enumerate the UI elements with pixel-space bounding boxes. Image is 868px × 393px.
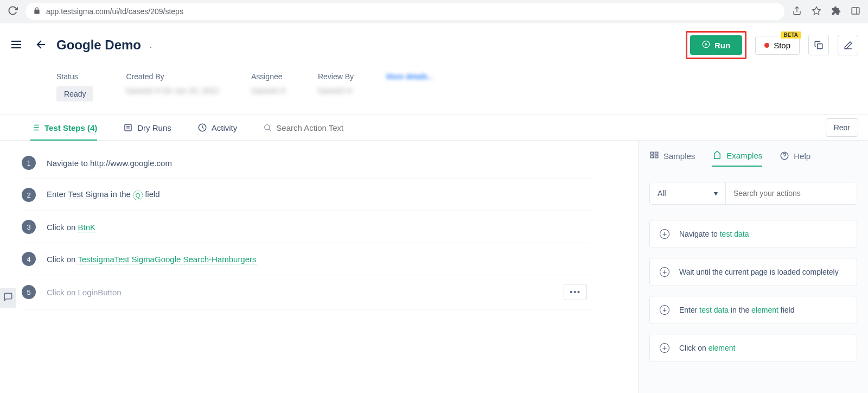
share-icon[interactable] [792,6,802,17]
panel-icon[interactable] [851,6,860,17]
side-tabs: Samples Examples Help [649,150,857,167]
step-text: Navigate to http://www.google.com [47,159,172,168]
example-text: Wait until the current page is loaded co… [679,268,839,276]
play-icon [702,40,710,50]
step-row[interactable]: 2Enter Test Sigma in the Q field [22,179,591,211]
extension-icon[interactable] [831,6,841,17]
step-number: 1 [22,156,36,170]
plus-icon: + [660,305,669,315]
step-text: Enter Test Sigma in the Q field [47,189,160,200]
svg-rect-2 [852,8,859,14]
created-by-label: Created By [126,72,218,81]
step-text: Click on TestsigmaTest SigmaGoogle Searc… [47,255,257,264]
stop-button[interactable]: BETA Stop [755,36,800,55]
step-number: 5 [22,285,36,299]
step-text: Click on LoginButton [47,288,122,297]
back-icon[interactable] [35,38,48,53]
edit-button[interactable] [838,35,858,55]
side-search-input[interactable] [726,182,857,204]
url-text: app.testsigma.com/ui/td/cases/209/steps [46,7,183,16]
step-number: 4 [22,252,36,266]
tab-activity[interactable]: Activity [197,115,238,140]
feedback-handle[interactable] [0,288,16,308]
main: 1Navigate to http://www.google.com2Enter… [0,141,868,393]
steps-column: 1Navigate to http://www.google.com2Enter… [0,141,638,393]
page-header: Google Demo . Run BETA Stop [0,23,868,59]
svg-point-22 [265,125,270,130]
tab-test-steps-label: Test Steps (4) [44,123,97,132]
svg-marker-28 [714,151,720,159]
tab-dry-runs[interactable]: Dry Runs [123,115,171,140]
status-badge: Ready [56,86,93,102]
step-row[interactable]: 1Navigate to http://www.google.com [22,147,591,179]
meta-row: Status Ready Created By Ganesh H On Jun … [0,59,868,115]
examples-list: +Navigate to test data+Wait until the cu… [649,220,857,362]
svg-rect-24 [650,152,653,154]
step-number: 2 [22,188,36,202]
step-row[interactable]: 4Click on TestsigmaTest SigmaGoogle Sear… [22,243,591,275]
lock-icon [33,7,41,16]
menu-icon[interactable] [10,38,23,53]
side-tab-samples[interactable]: Samples [649,151,695,166]
step-row[interactable]: 5Click on LoginButton••• [22,275,591,309]
svg-rect-26 [650,156,653,158]
filter-select-label: All [658,189,666,198]
assignee-label: Assignee [251,72,285,81]
more-details-link[interactable]: More details... [386,72,434,81]
review-by-label: Review By [318,72,354,81]
step-more-menu[interactable]: ••• [564,284,587,300]
svg-line-23 [269,129,271,131]
tab-test-steps[interactable]: Test Steps (4) [30,115,97,140]
example-text: Click on element [679,344,736,352]
record-dot-icon [764,43,769,48]
side-tab-examples[interactable]: Examples [712,150,762,167]
chevron-down-icon: ▾ [714,189,718,198]
stop-label: Stop [774,41,790,50]
browser-address-bar: app.testsigma.com/ui/td/cases/209/steps [0,0,868,23]
example-card[interactable]: +Enter test data in the element field [649,296,857,324]
example-text: Navigate to test data [679,230,749,238]
search-wrap [263,123,799,132]
url-bar[interactable]: app.testsigma.com/ui/td/cases/209/steps [25,3,784,20]
page-title: Google Demo [56,37,141,53]
example-text: Enter test data in the element field [679,306,794,314]
side-tab-samples-label: Samples [663,151,695,161]
plus-icon: + [660,267,669,277]
side-tab-examples-label: Examples [726,151,762,160]
svg-rect-10 [818,44,822,49]
created-by-value: Ganesh H On Jun 20, 2022 [126,86,218,95]
example-card[interactable]: +Click on element [649,334,857,362]
run-label: Run [714,41,730,50]
run-button[interactable]: Run [690,35,742,55]
svg-rect-25 [655,152,658,154]
plus-icon: + [660,229,669,239]
side-panel: Samples Examples Help All ▾ +Navigate to… [638,141,868,393]
example-card[interactable]: +Wait until the current page is loaded c… [649,258,857,286]
status-label: Status [56,72,93,81]
reload-icon[interactable] [8,5,18,17]
search-action-input[interactable] [276,123,379,132]
side-filter-row: All ▾ [649,182,857,205]
plus-icon: + [660,343,669,353]
step-row[interactable]: 3Click on BtnK [22,211,591,243]
side-tab-help-label: Help [794,151,810,161]
run-highlight: Run [686,31,746,59]
review-by-value: Ganesh H [318,86,354,95]
tab-activity-label: Activity [212,123,238,132]
svg-marker-1 [813,7,821,14]
svg-rect-27 [655,156,658,158]
reorder-button[interactable]: Reor [826,118,858,137]
example-card[interactable]: +Navigate to test data [649,220,857,248]
tab-bar: Test Steps (4) Dry Runs Activity Reor [0,115,868,141]
assignee-value: Ganesh H [251,86,285,95]
filter-select[interactable]: All ▾ [650,182,726,204]
step-number: 3 [22,220,36,234]
svg-marker-9 [705,43,707,46]
star-icon[interactable] [812,6,821,17]
search-icon [263,123,272,132]
side-tab-help[interactable]: Help [780,151,810,166]
beta-badge: BETA [781,31,801,39]
step-text: Click on BtnK [47,223,95,232]
copy-button[interactable] [808,35,829,55]
tab-dry-runs-label: Dry Runs [137,123,171,132]
